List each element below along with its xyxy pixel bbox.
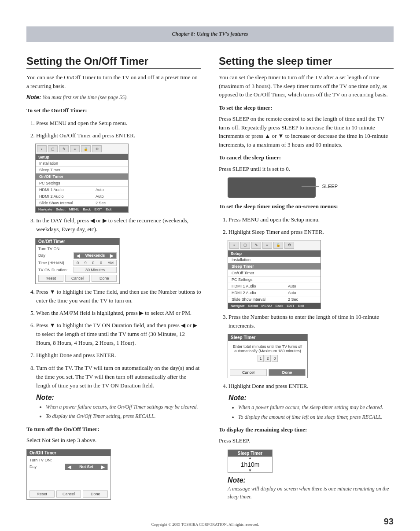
tab-icon: 🔒: [273, 242, 283, 249]
left-turnoff: Select Not Set in step 3 above.: [26, 436, 201, 445]
osd-title-r: Setup: [228, 251, 321, 257]
left-intro: You can use the On/Off Timer to turn the…: [26, 73, 201, 90]
chapter-header: Chapter 8: Using the TV's features: [26, 26, 394, 42]
tab-icon: ✎: [59, 145, 69, 152]
onoff-duration-label: TV ON Duration:: [38, 268, 74, 272]
sleep-time-panel: Sleep Timer ▲ 1h10m ▼: [228, 450, 273, 473]
sleep-time-title: Sleep Timer: [228, 450, 272, 457]
osd-item: On/Off Timer: [228, 270, 321, 276]
osd-item: PC Settings: [228, 277, 321, 283]
sleep-d3: 0: [272, 355, 278, 362]
tab-icon: ≡: [70, 145, 80, 152]
osd-nav: Navigate: [231, 304, 245, 308]
left-step8: Turn off the TV. The TV will turn on aut…: [36, 364, 201, 390]
osd-item-hl: Sleep Timer: [228, 263, 321, 269]
osd-val: 2 Sec: [94, 200, 128, 206]
right-step1: Press MENU and open the Setup menu.: [228, 215, 394, 224]
osd-title: Setup: [36, 154, 128, 160]
onoff-panel-notset: On/Off Timer Turn TV ON: Day ◀Not Set▶ R…: [26, 449, 111, 500]
right-step2: Highlight Sleep Timer and press ENTER.: [228, 228, 394, 236]
onoff-done2: Done: [83, 490, 108, 498]
right-lead1: To set the sleep timer:: [219, 103, 394, 112]
right-step4: Highlight Done and press ENTER.: [228, 382, 394, 391]
right-lead3: To set the sleep timer using the on-scre…: [219, 202, 394, 211]
note2-label: Note:: [36, 394, 54, 401]
osd-back-btn: MENU: [69, 207, 80, 211]
osd-sel: Select: [56, 207, 66, 211]
note-text: You must first set the time (see page 55…: [42, 94, 128, 100]
onoff-day-control2: ◀Not Set▶: [65, 464, 108, 470]
left-step4: Press ▼ to highlight the Time field, and…: [36, 288, 201, 305]
note-ra: When a power failure occurs, the sleep t…: [238, 404, 394, 411]
onoff-reset2: Reset: [29, 490, 55, 498]
left-title: Setting the On/Off Timer: [26, 55, 201, 69]
left-column: Setting the On/Off Timer You can use the…: [26, 55, 201, 503]
note2-r: A message will display on-screen when th…: [228, 486, 389, 500]
osd-item: Sleep Timer: [36, 167, 128, 173]
osd-back-btn: MENU: [262, 304, 272, 308]
onoff-title2: On/Off Timer: [27, 450, 111, 456]
right-para4: Press SLEEP.: [219, 436, 394, 445]
osd-item: HDMI 2 Audio: [36, 193, 94, 199]
onoff-turnon2: Turn TV ON:: [29, 458, 108, 462]
sleep-done: Done: [269, 369, 306, 376]
osd-exit: Exit: [298, 304, 304, 308]
sleep-remaining: 1h10m: [228, 460, 272, 469]
tri-down-icon: ▼: [228, 469, 272, 472]
osd-item: HDMI 2 Audio: [228, 290, 286, 296]
onoff-time-label: Time (HH:MM): [38, 261, 74, 265]
onoff-duration-control: 30 Minutes: [74, 267, 117, 273]
onoff-day-control: ◀Weekends▶: [74, 252, 117, 259]
osd-val: Auto: [94, 187, 128, 193]
onoff-title: On/Off Timer: [36, 238, 119, 245]
sleep-msg: Enter total minutes until the TV turns o…: [232, 344, 304, 353]
right-title: Setting the sleep timer: [219, 55, 394, 69]
left-step7: Highlight Done and press ENTER.: [36, 351, 201, 360]
onoff-turnon: Turn TV ON:: [38, 247, 117, 251]
onoff-day-label: Day: [38, 253, 74, 258]
left-step2: Highlight On/Off Timer and press ENTER.: [36, 131, 201, 140]
osd-item: HDMI 1 Audio: [228, 283, 286, 289]
osd-item: Installation: [36, 160, 128, 166]
sleep-label: SLEEP: [322, 184, 338, 189]
onoff-time-control: 09 00 AM: [74, 260, 117, 266]
left-step6: Press ▼ to highlight the TV ON Duration …: [36, 321, 201, 347]
note2a: When a power failure occurs, the On/Off …: [46, 403, 201, 411]
left-step1: Press MENU and open the Setup menu.: [36, 119, 201, 128]
osd-item: Slide Show Interval: [228, 296, 286, 302]
right-para2: Press SLEEP until it is set to 0.: [219, 165, 394, 173]
onoff-cancel: Cancel: [65, 275, 90, 282]
sleep-cancel: Cancel: [230, 369, 267, 376]
left-lead1: To set the On/Off Timer:: [26, 106, 201, 115]
osd-val: 2 Sec: [286, 296, 321, 302]
osd-item: HDMI 1 Audio: [36, 187, 94, 193]
right-lead4: To display the remaining sleep time:: [219, 425, 394, 434]
tab-icon: 🔒: [81, 145, 91, 152]
tri-up-icon: ▲: [228, 457, 272, 460]
osd-item: Slide Show Interval: [36, 200, 94, 206]
osd-exit-btn: EXIT: [287, 304, 295, 308]
onoff-cancel2: Cancel: [56, 490, 81, 498]
osd-nav: Navigate: [38, 207, 52, 211]
right-column: Setting the sleep timer You can set the …: [219, 55, 394, 503]
osd-back: Back: [83, 207, 91, 211]
osd-item: PC Settings: [36, 180, 128, 186]
note-rb: To display the amount of time left on th…: [238, 413, 394, 421]
osd-item-hl: On/Off Timer: [36, 173, 128, 180]
tab-icon: ▢: [240, 242, 250, 249]
tab-icon: ▪: [229, 242, 239, 249]
onoff-reset: Reset: [38, 275, 63, 282]
onoff-day-label2: Day: [29, 465, 65, 469]
osd-val: Auto: [286, 283, 321, 289]
page-number: 93: [384, 516, 394, 527]
tab-icon: ≡: [262, 242, 272, 249]
remote-diagram: SLEEP: [228, 177, 316, 198]
sleep-d1: 1: [258, 355, 264, 362]
right-lead2: To cancel the sleep timer:: [219, 153, 394, 162]
sleep-d2: 2: [265, 355, 271, 362]
osd-exit-btn: EXIT: [94, 207, 102, 211]
onoff-done: Done: [92, 275, 117, 282]
right-step3: Press the Number buttons to enter the le…: [228, 313, 394, 330]
sleep-title: Sleep Timer: [228, 334, 307, 341]
right-intro: You can set the sleep timer to turn off …: [219, 73, 394, 99]
